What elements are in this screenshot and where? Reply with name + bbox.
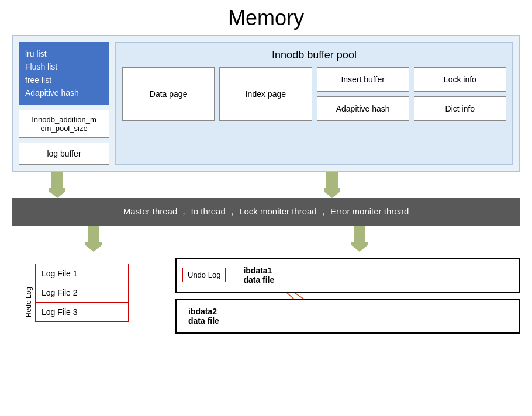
data-files-area: Undo Log ibdata1data file ibdata2data fi… bbox=[175, 252, 520, 337]
log-file-2: Log File 2 bbox=[36, 283, 128, 303]
redo-log-area: Redo Log Log File 1 Log File 2 Log File … bbox=[12, 252, 175, 337]
log-file-1: Log File 1 bbox=[36, 264, 128, 283]
log-file-3: Log File 3 bbox=[36, 303, 128, 321]
main-title: Memory bbox=[12, 6, 520, 30]
ibdata1-label: ibdata1data file bbox=[243, 266, 274, 285]
arrow-left-log bbox=[12, 172, 102, 198]
svg-marker-2 bbox=[85, 226, 102, 252]
svg-marker-3 bbox=[351, 226, 368, 252]
bp-cell-insert-buffer: Insert buffer bbox=[317, 67, 409, 92]
thread-bar: Master thread ， Io thread ， Lock moniter… bbox=[12, 198, 520, 226]
log-files-box: Log File 1 Log File 2 Log File 3 bbox=[35, 264, 129, 322]
arrow-to-data bbox=[175, 226, 520, 252]
svg-marker-0 bbox=[49, 172, 65, 198]
redo-label: Redo Log bbox=[25, 287, 33, 317]
lru-item-3: Adapitive hash bbox=[25, 86, 103, 99]
memory-inner-row: lru list Flush list free list Adapitive … bbox=[19, 42, 513, 165]
lru-item-0: lru list bbox=[25, 47, 103, 60]
lru-item-1: Flush list bbox=[25, 60, 103, 73]
bp-cell-lock-info: Lock info bbox=[414, 67, 506, 92]
bp-cell-dict-info: Dict info bbox=[414, 96, 506, 121]
arrows-from-memory bbox=[12, 172, 520, 198]
addition-pool-box: Innodb_addition_m em_pool_size bbox=[19, 110, 109, 138]
ibdata2-block: ibdata2data file bbox=[175, 299, 520, 334]
bp-cell-adaptive-hash: Adapitive hash bbox=[317, 96, 409, 121]
lru-box: lru list Flush list free list Adapitive … bbox=[19, 42, 109, 105]
arrows-from-thread bbox=[12, 226, 520, 252]
arrow-to-redo bbox=[12, 226, 175, 252]
memory-outer-box: lru list Flush list free list Adapitive … bbox=[12, 35, 520, 172]
page-container: Memory lru list Flush list free list Ada… bbox=[0, 0, 532, 416]
bottom-section: Redo Log Log File 1 Log File 2 Log File … bbox=[12, 252, 520, 337]
svg-marker-1 bbox=[324, 172, 340, 198]
ibdata2-label: ibdata2data file bbox=[188, 307, 219, 325]
lru-item-2: free list bbox=[25, 74, 103, 86]
ibdata1-block: Undo Log ibdata1data file bbox=[175, 258, 520, 293]
log-buffer-box: log buffer bbox=[19, 143, 109, 165]
buffer-pool-section: Innodb buffer pool Data page Index page … bbox=[115, 42, 513, 165]
bp-cell-data-page: Data page bbox=[122, 67, 215, 121]
undo-log-box: Undo Log bbox=[182, 268, 226, 282]
buffer-pool-title: Innodb buffer pool bbox=[122, 49, 506, 61]
buffer-pool-grid: Data page Index page Insert buffer Lock … bbox=[122, 67, 506, 121]
arrow-center-buffer bbox=[108, 172, 520, 198]
left-column: lru list Flush list free list Adapitive … bbox=[19, 42, 109, 165]
bp-cell-index-page: Index page bbox=[219, 67, 312, 121]
